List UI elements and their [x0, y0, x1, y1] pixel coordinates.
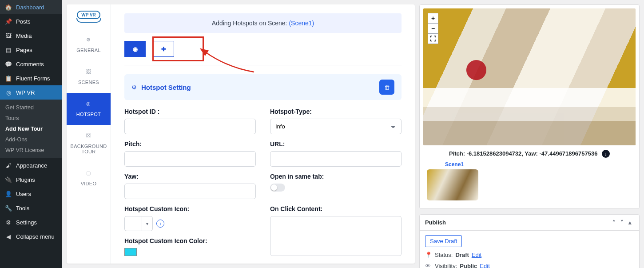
sidebar-item-settings[interactable]: ⚙Settings: [0, 215, 62, 229]
tab-label: GENERAL: [76, 48, 101, 53]
url-input[interactable]: [270, 151, 402, 167]
same-tab-toggle[interactable]: [270, 184, 285, 192]
tab-label: VIDEO: [81, 181, 97, 186]
label: Yaw:: [124, 173, 256, 180]
sidebar-label: Dashboard: [16, 4, 44, 11]
field-pitch: Pitch:: [124, 140, 256, 167]
sidebar-label: Settings: [16, 219, 37, 226]
image-icon: 🖼: [85, 69, 93, 77]
publish-card: Publish ˄ ˅ ▴ Save Draft 📍 Status: Draft…: [419, 214, 640, 268]
sidebar-label: Posts: [16, 18, 31, 25]
tab-background-tour[interactable]: ⌧BACKGROUND TOUR: [67, 125, 111, 162]
sidebar-label: Fluent Forms: [16, 75, 50, 82]
copy-coords-button[interactable]: ↓: [602, 150, 610, 158]
caret-up-icon[interactable]: ▴: [626, 219, 634, 226]
field-url: URL:: [270, 140, 402, 167]
label: Hotspot Custom Icon Color:: [124, 237, 256, 244]
field-hotspot-id: Hotspot ID :: [124, 108, 256, 134]
pitch-input[interactable]: [124, 151, 256, 167]
save-draft-button[interactable]: Save Draft: [425, 235, 462, 247]
sidebar-collapse[interactable]: ◀Collapse menu: [0, 229, 62, 244]
pitch-yaw-readout: Pitch: -6.181528623094732, Yaw: -47.4496…: [423, 145, 636, 161]
fullscreen-button[interactable]: ⛶: [428, 33, 438, 44]
devices-icon: ⌧: [85, 133, 93, 141]
sidebar-item-tools[interactable]: 🔧Tools: [0, 201, 62, 215]
vr-icon: ◎: [4, 88, 12, 96]
current-hotspot-button[interactable]: ◉: [124, 41, 146, 57]
tab-hotspot[interactable]: ◎HOTSPOT: [67, 93, 111, 125]
edit-visibility-link[interactable]: Edit: [480, 263, 489, 268]
wp-admin-sidebar: 🏠Dashboard 📌Posts 🖼Media ▤Pages 💬Comment…: [0, 0, 62, 268]
sidebar-item-pages[interactable]: ▤Pages: [0, 43, 62, 57]
sidebar-item-media[interactable]: 🖼Media: [0, 28, 62, 43]
sidebar-sub-tours[interactable]: Tours: [0, 113, 62, 124]
collapse-icon: ◀: [4, 232, 12, 240]
field-same-tab: Open in same tab:: [270, 173, 402, 199]
preview-card: + − ⛶ Pitch: -6.181528623094732, Yaw: -4…: [419, 4, 640, 209]
sidebar-item-comments[interactable]: 💬Comments: [0, 57, 62, 71]
target-icon: ◎: [85, 101, 93, 109]
sidebar-label: WP VR: [16, 89, 35, 96]
scene-thumb-label: Scene1: [429, 161, 480, 168]
label: Hotspot Custom Icon:: [124, 205, 256, 212]
dashboard-icon: 🏠: [4, 3, 12, 11]
gear-icon: ⚙: [131, 84, 137, 91]
scene-link[interactable]: (Scene1): [289, 20, 314, 27]
scene-thumbnail[interactable]: [427, 169, 478, 200]
gear-icon: ⚙: [85, 37, 93, 45]
hotspot-setting-header: ⚙ Hotspot Setting 🗑: [124, 74, 402, 100]
color-swatch[interactable]: [124, 248, 137, 256]
sidebar-item-wpvr[interactable]: ◎WP VR: [0, 85, 62, 100]
label: Hotspot ID :: [124, 108, 256, 115]
hotspot-settings-panel: Adding Hotspots on Scene: (Scene1) ◉ ✚ ⚙…: [111, 4, 415, 264]
sidebar-item-appearance[interactable]: 🖌Appearance: [0, 158, 62, 172]
pin-icon: 📌: [4, 17, 12, 25]
plus-icon: ✚: [161, 46, 166, 52]
preview-viewport[interactable]: + − ⛶: [423, 8, 636, 145]
sidebar-item-fluent-forms[interactable]: 📋Fluent Forms: [0, 71, 62, 85]
hotspot-id-input[interactable]: [124, 119, 256, 134]
sidebar-item-posts[interactable]: 📌Posts: [0, 14, 62, 28]
tab-label: SCENES: [78, 80, 99, 85]
status-value: Draft: [455, 252, 469, 258]
chevron-up-icon[interactable]: ˄: [610, 219, 618, 226]
wpvr-logo: WP VR: [67, 4, 111, 29]
chevron-down-icon: ▾: [142, 216, 152, 231]
visibility-label: Visibility:: [435, 263, 457, 268]
tab-general[interactable]: ⚙GENERAL: [67, 29, 111, 61]
sidebar-sub-add-new-tour[interactable]: Add New Tour: [0, 124, 62, 134]
status-label: Status:: [435, 252, 453, 258]
sidebar-sub-addons[interactable]: Add-Ons: [0, 134, 62, 145]
field-hotspot-type: Hotspot-Type: Info: [270, 108, 402, 134]
add-hotspot-button[interactable]: ✚: [153, 41, 174, 57]
chevron-down-icon[interactable]: ˅: [618, 219, 626, 226]
tab-scenes[interactable]: 🖼SCENES: [67, 61, 111, 93]
hotspot-type-select[interactable]: Info: [270, 119, 402, 134]
yaw-input[interactable]: [124, 184, 256, 199]
sidebar-label: Users: [16, 191, 31, 197]
label: Pitch:: [124, 140, 256, 148]
sidebar-submenu-wpvr: Get Started Tours Add New Tour Add-Ons W…: [0, 100, 62, 158]
video-icon: ▢: [85, 170, 93, 178]
eye-icon: 👁: [425, 263, 432, 268]
field-yaw: Yaw:: [124, 173, 256, 199]
visibility-value: Public: [460, 263, 477, 268]
zoom-in-button[interactable]: +: [428, 13, 438, 24]
comments-icon: 💬: [4, 60, 12, 68]
icon-picker[interactable]: ▾: [124, 216, 153, 231]
edit-status-link[interactable]: Edit: [472, 252, 481, 258]
sidebar-item-dashboard[interactable]: 🏠Dashboard: [0, 0, 62, 14]
sidebar-sub-license[interactable]: WP VR License: [0, 145, 62, 156]
sidebar-sub-get-started[interactable]: Get Started: [0, 102, 62, 113]
tab-video[interactable]: ▢VIDEO: [67, 162, 111, 194]
pages-icon: ▤: [4, 46, 12, 54]
sidebar-item-users[interactable]: 👤Users: [0, 187, 62, 201]
delete-hotspot-button[interactable]: 🗑: [379, 80, 394, 95]
sidebar-label: Pages: [16, 47, 32, 53]
annotation-arrow: [196, 45, 258, 76]
on-click-textarea[interactable]: [270, 216, 402, 256]
sidebar-item-plugins[interactable]: 🔌Plugins: [0, 172, 62, 187]
plugin-icon: 🔌: [4, 176, 12, 184]
zoom-out-button[interactable]: −: [428, 23, 438, 34]
help-icon[interactable]: i: [156, 220, 164, 228]
